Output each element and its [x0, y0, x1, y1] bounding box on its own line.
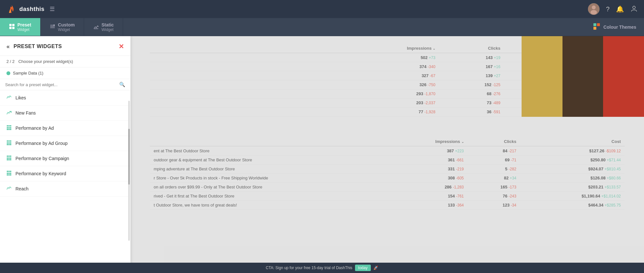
row-label [150, 89, 340, 98]
row-label [150, 98, 340, 107]
row-impressions: 374 -340 [340, 62, 439, 71]
svg-point-3 [633, 6, 635, 9]
logo-area: dashthis [6, 4, 44, 14]
row-impressions: 308 -605 [387, 174, 468, 183]
perf-ad-icon [6, 125, 12, 131]
colour-themes-label: Colour Themes [603, 25, 636, 30]
colour-themes-tab[interactable]: Colour Themes [585, 18, 644, 36]
svg-rect-41 [7, 159, 8, 160]
color-swatch-gold[interactable] [522, 36, 562, 117]
list-item-perf-adgroup[interactable]: Performance by Ad Group [0, 136, 130, 151]
row-cost: $127.26 -$109.12 [520, 146, 625, 156]
sidebar-header: « PRESET WIDGETS ✕ [0, 36, 130, 56]
svg-point-2 [591, 10, 597, 15]
svg-rect-20 [7, 127, 8, 128]
row-label: ent at The Best Outdoor Store [150, 146, 387, 156]
banner-cta-button[interactable]: today [355, 265, 371, 271]
row-impressions: 331 -219 [387, 165, 468, 174]
back-button[interactable]: « [6, 43, 10, 50]
svg-rect-22 [10, 127, 11, 128]
perf-campaign-label: Performance by Campaign [15, 156, 69, 161]
row-clicks: 5 -282 [468, 165, 520, 174]
perf-campaign-icon [6, 155, 12, 162]
svg-rect-15 [593, 27, 596, 30]
svg-rect-38 [7, 157, 8, 159]
list-item-perf-campaign[interactable]: Performance by Campaign [0, 151, 130, 166]
perf-adgroup-label: Performance by Ad Group [15, 141, 68, 146]
row-label [150, 62, 340, 71]
col-cost-2[interactable]: Cost [520, 137, 625, 146]
col-label-2 [150, 137, 387, 146]
col-impressions-1[interactable]: Impressions ⌄ [340, 44, 439, 53]
col-clicks-1[interactable]: Clicks [439, 44, 504, 53]
avatar[interactable] [588, 3, 600, 15]
tab-preset-widget[interactable]: Preset Widget [0, 18, 41, 36]
help-icon[interactable]: ? [606, 5, 610, 13]
user-icon[interactable] [630, 5, 638, 14]
svg-rect-25 [10, 129, 11, 130]
table-row: mping adventure at The Best Outdoor Stor… [150, 165, 625, 174]
svg-rect-44 [7, 171, 8, 172]
svg-rect-32 [7, 144, 8, 145]
row-label: mping adventure at The Best Outdoor Stor… [150, 165, 387, 174]
perf-adgroup-icon [6, 140, 12, 147]
tab-bar: Preset Widget Custom Widget Static W [0, 18, 644, 36]
new-fans-icon [6, 110, 12, 116]
row-label: rived - Get it first at The Best Outdoor… [150, 192, 387, 201]
likes-icon [6, 95, 12, 101]
svg-rect-40 [10, 157, 11, 159]
list-item-perf-ad[interactable]: Performance by Ad [0, 121, 130, 136]
svg-point-1 [592, 5, 596, 9]
row-label [150, 53, 340, 62]
row-clicks: 36 -591 [439, 107, 504, 116]
svg-rect-39 [8, 157, 10, 159]
col-clicks-2[interactable]: Clicks [468, 137, 520, 146]
nav-left: dashthis ☰ [6, 4, 55, 14]
svg-rect-30 [8, 142, 10, 144]
table-section-2: Impressions ⌄ Clicks Cost ent at The Bes… [150, 137, 625, 210]
table-row: rived - Get it first at The Best Outdoor… [150, 192, 625, 201]
svg-rect-21 [8, 127, 10, 128]
close-button[interactable]: ✕ [119, 43, 124, 50]
perf-keyword-icon [6, 170, 12, 177]
row-label: r Store - Over 5k Products in stock - Fr… [150, 174, 387, 183]
svg-rect-27 [8, 140, 10, 142]
svg-rect-43 [10, 159, 11, 160]
list-item-reach[interactable]: Reach [0, 181, 130, 197]
svg-rect-5 [12, 24, 14, 26]
perf-keyword-label: Performance by Keyword [15, 171, 66, 176]
app-name: dashthis [19, 6, 44, 13]
notification-icon[interactable]: 🔔 [616, 5, 624, 13]
row-clicks: 143 +19 [439, 53, 504, 62]
list-item-perf-keyword[interactable]: Performance by Keyword [0, 166, 130, 181]
col-label-1 [150, 44, 340, 53]
color-theme-panel [522, 36, 644, 117]
col-impressions-2[interactable]: Impressions ⌄ [387, 137, 468, 146]
colour-themes-icon [593, 23, 600, 31]
svg-rect-28 [10, 140, 11, 142]
svg-rect-36 [8, 156, 10, 157]
svg-rect-24 [8, 129, 10, 130]
svg-rect-11 [53, 25, 55, 26]
tab-static-widget[interactable]: Static Widget [84, 18, 123, 36]
scrollbar-thumb[interactable] [128, 129, 130, 185]
row-label [150, 80, 340, 89]
sidebar-panel: « PRESET WIDGETS ✕ 2 / 2 Choose your pre… [0, 36, 130, 273]
svg-rect-34 [10, 144, 11, 145]
row-impressions: 133 -364 [387, 201, 468, 210]
color-swatch-red[interactable] [603, 36, 644, 117]
list-item-new-fans[interactable]: New Fans [0, 106, 130, 121]
row-impressions: 502 +73 [340, 53, 439, 62]
svg-rect-29 [7, 142, 8, 144]
list-item-likes[interactable]: Likes [0, 90, 130, 106]
search-input[interactable] [5, 82, 117, 87]
tab-custom-widget[interactable]: Custom Widget [41, 18, 84, 36]
datasource-label: Sample Data (1) [13, 71, 43, 76]
hamburger-menu[interactable]: ☰ [50, 5, 55, 13]
search-icon[interactable]: 🔍 [119, 82, 125, 87]
custom-label: Custom [58, 22, 75, 27]
row-cost: $126.08 +$80.66 [520, 174, 625, 183]
sidebar-list: Likes New Fans [0, 90, 130, 273]
svg-rect-48 [8, 173, 10, 174]
color-swatch-dark[interactable] [562, 36, 603, 117]
